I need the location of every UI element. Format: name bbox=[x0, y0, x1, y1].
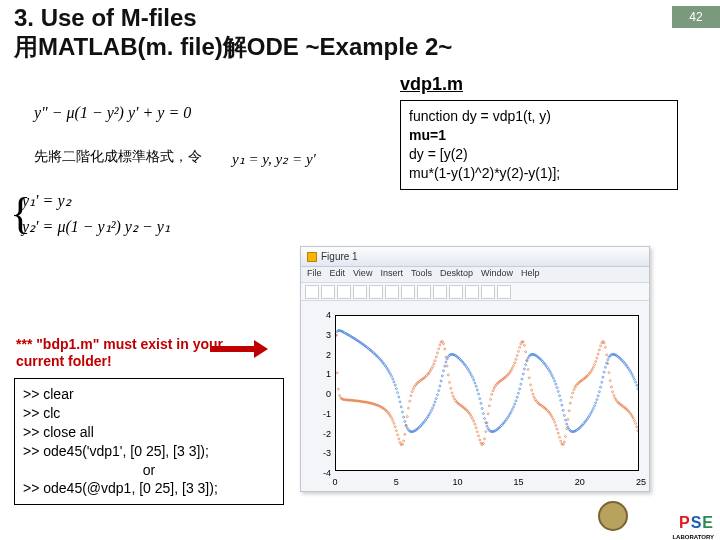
svg-point-220 bbox=[601, 381, 603, 383]
svg-point-148 bbox=[514, 403, 516, 405]
toolbar-button[interactable] bbox=[305, 285, 319, 299]
svg-point-448 bbox=[573, 389, 575, 391]
svg-point-46 bbox=[391, 375, 393, 377]
svg-point-315 bbox=[412, 388, 414, 390]
svg-point-335 bbox=[436, 352, 438, 354]
svg-point-301 bbox=[395, 430, 397, 432]
svg-point-176 bbox=[548, 368, 550, 370]
menu-item[interactable]: View bbox=[353, 268, 372, 281]
menu-item[interactable]: Edit bbox=[330, 268, 346, 281]
xtick-label: 20 bbox=[575, 477, 585, 487]
toolbar-button[interactable] bbox=[481, 285, 495, 299]
ytick-label: -4 bbox=[305, 468, 331, 478]
svg-point-474 bbox=[604, 346, 606, 348]
svg-point-402 bbox=[517, 350, 519, 352]
svg-point-482 bbox=[614, 397, 616, 399]
svg-point-215 bbox=[595, 402, 597, 404]
matlab-figure-window: Figure 1 File Edit View Insert Tools Des… bbox=[300, 246, 650, 492]
svg-point-331 bbox=[432, 366, 434, 368]
xtick-label: 10 bbox=[452, 477, 462, 487]
svg-point-242 bbox=[627, 367, 629, 369]
toolbar-button[interactable] bbox=[401, 285, 415, 299]
svg-point-404 bbox=[520, 343, 522, 345]
toolbar-button[interactable] bbox=[497, 285, 511, 299]
svg-point-346 bbox=[450, 387, 452, 389]
toolbar-button[interactable] bbox=[369, 285, 383, 299]
seal-icon bbox=[598, 501, 628, 531]
menu-item[interactable]: Desktop bbox=[440, 268, 473, 281]
svg-point-109 bbox=[467, 368, 469, 370]
menu-item[interactable]: File bbox=[307, 268, 322, 281]
menu-item[interactable]: Window bbox=[481, 268, 513, 281]
svg-point-480 bbox=[612, 391, 614, 393]
svg-point-50 bbox=[395, 388, 397, 390]
svg-point-408 bbox=[525, 351, 527, 353]
svg-point-187 bbox=[561, 404, 563, 406]
svg-point-249 bbox=[636, 384, 638, 386]
menu-item[interactable]: Help bbox=[521, 268, 540, 281]
svg-point-498 bbox=[633, 420, 635, 422]
svg-point-302 bbox=[397, 434, 399, 436]
toolbar-button[interactable] bbox=[433, 285, 447, 299]
svg-point-499 bbox=[635, 422, 637, 424]
substitution: y₁ = y, y₂ = y′ bbox=[232, 150, 316, 168]
toolbar-button[interactable] bbox=[321, 285, 335, 299]
svg-point-446 bbox=[571, 396, 573, 398]
code-or: or bbox=[23, 461, 275, 480]
svg-point-225 bbox=[607, 359, 609, 361]
svg-point-336 bbox=[438, 348, 440, 350]
svg-point-180 bbox=[552, 377, 554, 379]
svg-point-370 bbox=[479, 439, 481, 441]
svg-point-146 bbox=[511, 408, 513, 410]
toolbar-button[interactable] bbox=[417, 285, 431, 299]
svg-point-111 bbox=[469, 372, 471, 374]
svg-point-90 bbox=[444, 365, 446, 367]
svg-point-49 bbox=[394, 384, 396, 386]
svg-point-113 bbox=[471, 376, 473, 378]
xtick-label: 25 bbox=[636, 477, 646, 487]
svg-point-82 bbox=[434, 401, 436, 403]
svg-point-377 bbox=[487, 413, 489, 415]
svg-point-254 bbox=[339, 395, 341, 397]
svg-point-443 bbox=[567, 419, 569, 421]
svg-point-463 bbox=[591, 369, 593, 371]
ytick-label: 3 bbox=[305, 330, 331, 340]
svg-point-248 bbox=[635, 381, 637, 383]
slide-title: 3. Use of M-files 用MATLAB(m. file)解ODE ~… bbox=[14, 4, 452, 62]
svg-point-363 bbox=[470, 415, 472, 417]
svg-point-369 bbox=[478, 435, 480, 437]
svg-point-91 bbox=[445, 361, 447, 363]
svg-point-47 bbox=[392, 378, 394, 380]
toolbar-button[interactable] bbox=[385, 285, 399, 299]
svg-point-365 bbox=[473, 420, 475, 422]
svg-point-299 bbox=[393, 422, 395, 424]
svg-point-441 bbox=[565, 436, 567, 438]
svg-point-87 bbox=[440, 380, 442, 382]
menu-item[interactable]: Insert bbox=[380, 268, 403, 281]
menu-item[interactable]: Tools bbox=[411, 268, 432, 281]
svg-point-307 bbox=[403, 440, 405, 442]
svg-point-433 bbox=[555, 425, 557, 427]
code-line: function dy = vdp1(t, y) bbox=[409, 107, 669, 126]
svg-point-212 bbox=[591, 410, 593, 412]
svg-point-121 bbox=[481, 408, 483, 410]
toolbar-button[interactable] bbox=[449, 285, 463, 299]
svg-point-430 bbox=[551, 416, 553, 418]
toolbar-button[interactable] bbox=[337, 285, 351, 299]
svg-point-214 bbox=[594, 405, 596, 407]
svg-point-85 bbox=[438, 390, 440, 392]
svg-point-298 bbox=[392, 420, 394, 422]
svg-point-478 bbox=[609, 380, 611, 382]
svg-point-42 bbox=[386, 367, 388, 369]
matlab-icon bbox=[307, 252, 317, 262]
code-line: >> ode45(@vdp1, [0 25], [3 3]); bbox=[23, 479, 275, 498]
figure-title: Figure 1 bbox=[321, 251, 358, 262]
svg-point-342 bbox=[445, 356, 447, 358]
toolbar-button[interactable] bbox=[353, 285, 367, 299]
svg-point-59 bbox=[406, 427, 408, 429]
toolbar-button[interactable] bbox=[465, 285, 479, 299]
arrow-icon bbox=[210, 336, 270, 366]
svg-point-399 bbox=[514, 362, 516, 364]
svg-point-179 bbox=[551, 375, 553, 377]
svg-point-78 bbox=[429, 412, 431, 414]
